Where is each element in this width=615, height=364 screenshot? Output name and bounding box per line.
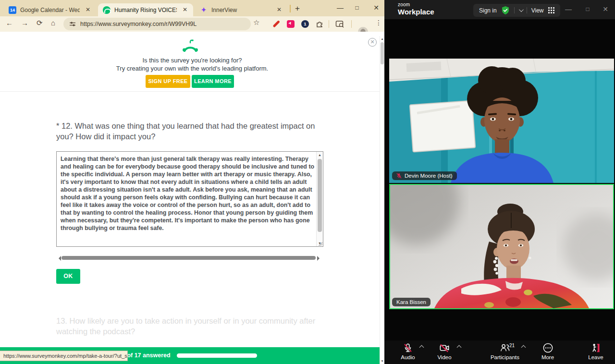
banner-subtitle: Try creating your own with the world's l… xyxy=(0,65,384,72)
screenshot-search-icon[interactable] xyxy=(335,20,344,28)
tab-close-icon[interactable]: ✕ xyxy=(181,6,189,14)
url-text[interactable]: https://www.surveymonkey.com/r/W99VH9L xyxy=(80,21,197,27)
textarea-resize-handle[interactable] xyxy=(318,242,322,246)
scroll-up-icon[interactable]: ▲ xyxy=(317,153,323,157)
status-url-tooltip: https://www.surveymonkey.com/mp/take-a-t… xyxy=(0,351,128,361)
leave-button[interactable]: Leave xyxy=(578,342,614,360)
answer-text[interactable]: Learning that there's more than just gen… xyxy=(57,152,316,246)
zoom-maximize-button[interactable]: □ xyxy=(579,0,596,19)
google-calendar-icon: 14 xyxy=(9,6,16,14)
scrollbar-thumb[interactable] xyxy=(318,159,322,232)
tab-title: Google Calendar - Wednesday, xyxy=(20,7,80,13)
more-ellipsis-icon xyxy=(542,342,554,353)
survey-page: ✕ Is this the survey you're looking for?… xyxy=(0,32,384,364)
titlebar-divider xyxy=(527,7,527,13)
sign-in-button[interactable]: Sign in xyxy=(479,7,497,14)
zoom-minimize-button[interactable]: — xyxy=(560,0,577,19)
sign-up-free-button[interactable]: SIGN UP FREE xyxy=(146,75,190,88)
window-close-button[interactable]: ✕ xyxy=(368,0,384,16)
devin-video-feed xyxy=(389,59,614,183)
participant-nametag: Devin Moore (Host) xyxy=(392,171,457,180)
innerview-favicon-icon: ✦ xyxy=(200,6,208,14)
zoom-logo: zoom Workplace xyxy=(398,2,434,15)
audio-button[interactable]: Audio xyxy=(390,342,426,360)
zoom-titlebar: zoom Workplace Sign in View — □ ✕ xyxy=(384,0,615,19)
tab-innerview[interactable]: ✦ InnerView ✕ xyxy=(195,3,287,16)
tab-humanity-rising-survey[interactable]: Humanity Rising VOICES Survey ✕ xyxy=(98,3,193,16)
address-bar[interactable]: https://www.surveymonkey.com/r/W99VH9L xyxy=(63,18,251,30)
scroll-right-icon[interactable] xyxy=(317,256,322,261)
more-button[interactable]: More xyxy=(530,342,566,360)
window-minimize-button[interactable]: — xyxy=(332,0,348,16)
video-tile-devin-moore[interactable]: Devin Moore (Host) xyxy=(389,59,614,183)
browser-window: 14 Google Calendar - Wednesday, ✕ Humani… xyxy=(0,0,384,364)
zoom-window: zoom Workplace Sign in View — □ ✕ xyxy=(384,0,615,364)
question-12-label: * 12. What was one thing that you learne… xyxy=(56,121,321,142)
tab-google-calendar[interactable]: 14 Google Calendar - Wednesday, ✕ xyxy=(4,3,96,16)
video-tile-kara-bissen[interactable]: Kara Bissen xyxy=(389,184,614,309)
participants-count-badge: 21 xyxy=(509,343,515,348)
zoom-brand-small: zoom xyxy=(398,2,434,7)
participant-name: Kara Bissen xyxy=(396,299,426,305)
scroll-up-icon[interactable]: ▲ xyxy=(380,37,384,40)
extensions-puzzle-icon[interactable] xyxy=(315,20,324,28)
more-label: More xyxy=(530,354,566,360)
banner-close-icon[interactable]: ✕ xyxy=(368,38,377,47)
ok-button[interactable]: OK xyxy=(56,269,80,284)
home-button[interactable]: ⌂ xyxy=(51,19,55,27)
video-label: Video xyxy=(427,354,462,360)
video-button[interactable]: Video xyxy=(427,342,462,360)
scrollbar-thumb[interactable] xyxy=(381,42,384,64)
progress-indicator xyxy=(177,353,257,358)
banner-question: Is this the survey you're looking for? xyxy=(0,57,384,64)
camera-muted-icon xyxy=(439,342,450,353)
reload-button[interactable]: ⟳ xyxy=(37,19,43,27)
bookmark-star-icon[interactable]: ☆ xyxy=(253,18,259,27)
question-12-answer-textarea[interactable]: Learning that there's more than just gen… xyxy=(56,151,323,247)
browser-toolbar: ← → ⟳ ⌂ https://www.surveymonkey.com/r/W… xyxy=(0,16,384,32)
window-maximize-button[interactable]: □ xyxy=(349,0,365,16)
browser-menu-icon[interactable]: ⋮ xyxy=(375,19,382,26)
leave-label: Leave xyxy=(578,354,614,360)
cursor-extension-icon[interactable] xyxy=(287,20,295,28)
view-button[interactable]: View xyxy=(531,7,544,14)
audio-label: Audio xyxy=(390,354,426,360)
textarea-scrollbar[interactable]: ▲ ▼ xyxy=(316,152,323,246)
muted-mic-icon xyxy=(396,173,402,179)
toolbar-divider xyxy=(329,20,329,28)
surveymonkey-favicon-icon xyxy=(103,6,111,14)
new-tab-button[interactable]: + xyxy=(295,4,300,13)
leave-meeting-icon xyxy=(590,342,602,353)
banner-separator xyxy=(0,91,380,92)
site-settings-icon[interactable] xyxy=(69,21,76,27)
back-button[interactable]: ← xyxy=(6,19,13,27)
participants-label: Participants xyxy=(487,354,523,360)
shield-check-icon[interactable] xyxy=(501,6,510,15)
kara-video-feed xyxy=(390,185,613,308)
counter-extension-icon[interactable]: 1 xyxy=(301,20,309,28)
grid-view-icon[interactable] xyxy=(548,7,554,13)
tab-title: Humanity Rising VOICES Survey xyxy=(114,7,177,13)
mic-muted-icon xyxy=(403,342,413,353)
scroll-left-icon[interactable] xyxy=(56,256,61,261)
participant-nametag: Kara Bissen xyxy=(392,298,430,306)
chevron-down-icon[interactable] xyxy=(519,7,524,12)
browser-tab-strip: 14 Google Calendar - Wednesday, ✕ Humani… xyxy=(0,0,384,16)
page-scrollbar[interactable]: ▲ ▼ xyxy=(380,36,384,364)
earring-right xyxy=(529,256,531,259)
horizontal-scrollbar-thumb[interactable] xyxy=(62,256,316,260)
titlebar-divider xyxy=(514,7,515,13)
horizontal-scrollbar[interactable] xyxy=(56,255,322,261)
zoom-close-button[interactable]: ✕ xyxy=(597,0,614,19)
tab-close-icon[interactable]: ✕ xyxy=(275,6,283,14)
participants-button[interactable]: 21 Participants xyxy=(487,342,523,360)
learn-more-button[interactable]: LEARN MORE xyxy=(192,75,234,88)
red-pen-extension-icon[interactable] xyxy=(272,20,280,28)
tab-close-icon[interactable]: ✕ xyxy=(84,6,92,14)
surveymonkey-logo-icon xyxy=(182,38,199,53)
forward-button[interactable]: → xyxy=(21,19,28,27)
question-13-label: 13. How likely are you to take action in… xyxy=(56,316,321,337)
scroll-down-icon[interactable]: ▼ xyxy=(380,360,384,363)
toolbar-divider xyxy=(351,20,352,28)
zoom-brand-large: Workplace xyxy=(398,8,434,15)
